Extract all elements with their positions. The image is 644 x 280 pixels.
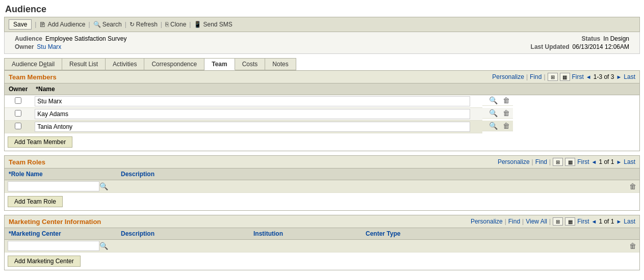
marketing-center-last[interactable]: Last	[624, 218, 635, 225]
team-roles-section: Team Roles Personalize | Find | ⊞ ▦ Firs…	[4, 155, 640, 211]
team-members-table: Owner *Name 🔍 🗑 🔍 🗑 🔍 🗑	[5, 83, 639, 133]
role-name-input[interactable]	[8, 181, 99, 191]
last-updated-value: 06/13/2014 12:06AM	[573, 43, 629, 50]
member-name-input[interactable]	[35, 122, 470, 132]
mc-delete-icon[interactable]: 🗑	[629, 242, 636, 250]
member-search-icon[interactable]: 🔍	[489, 96, 498, 104]
team-roles-next-arrow[interactable]: ►	[616, 159, 622, 165]
add-audience-link[interactable]: 🖹 Add Audience	[39, 21, 85, 29]
team-roles-personalize-link[interactable]: Personalize	[498, 158, 530, 165]
owner-label: Owner	[15, 43, 34, 50]
toolbar: Save | 🖹 Add Audience | 🔍 Search | ↻ Ref…	[4, 17, 640, 32]
add-team-member-button[interactable]: Add Team Member	[8, 136, 72, 148]
sep2: |	[89, 21, 90, 28]
status-value: In Design	[603, 35, 629, 42]
team-members-last[interactable]: Last	[624, 73, 635, 80]
member-owner-checkbox[interactable]	[15, 110, 21, 117]
team-members-pagination: 1-3 of 3	[594, 73, 614, 80]
col-actions-header	[482, 83, 639, 95]
sep5: |	[189, 21, 191, 28]
member-delete-icon[interactable]: 🗑	[503, 122, 510, 130]
sep1: |	[35, 21, 36, 28]
search-link[interactable]: 🔍 Search	[93, 21, 122, 28]
marketing-center-row: 🔍 🗑	[5, 240, 639, 253]
marketing-center-pagination: 1 of 1	[599, 218, 614, 225]
sep4: |	[161, 21, 162, 28]
save-button[interactable]: Save	[9, 19, 32, 30]
owner-value: Stu Marx	[37, 43, 61, 50]
team-member-row: 🔍 🗑	[5, 108, 639, 121]
member-name-input[interactable]	[35, 109, 470, 119]
marketing-center-first[interactable]: First	[577, 218, 589, 225]
member-search-icon[interactable]: 🔍	[489, 122, 498, 130]
status-label: Status	[582, 35, 601, 42]
marketing-center-view-icon[interactable]: ⊞	[553, 217, 563, 226]
clone-link[interactable]: ⎘ Clone	[165, 21, 186, 28]
tab-notes[interactable]: Notes	[265, 58, 296, 70]
team-members-personalize-link[interactable]: Personalize	[492, 73, 524, 80]
col-mc-description-header: Description	[117, 228, 249, 240]
marketing-center-grid-icon[interactable]: ▦	[565, 217, 575, 226]
team-members-header: Team Members Personalize | Find | ⊞ ▦ Fi…	[5, 71, 639, 83]
team-members-prev-arrow[interactable]: ◄	[586, 74, 591, 80]
member-owner-checkbox[interactable]	[15, 97, 21, 104]
member-owner-checkbox[interactable]	[15, 123, 21, 129]
team-roles-row: 🔍 🗑	[5, 180, 639, 193]
member-name-input[interactable]	[35, 96, 470, 106]
marketing-center-next-arrow[interactable]: ►	[616, 218, 622, 225]
col-owner-header: Owner	[5, 83, 32, 95]
tab-result-list[interactable]: Result List	[62, 58, 106, 70]
team-members-first[interactable]: First	[572, 73, 584, 80]
info-bar: Audience Employee Satisfaction Survey Ow…	[4, 32, 640, 54]
refresh-link[interactable]: ↻ Refresh	[130, 21, 158, 28]
col-role-actions-header	[609, 169, 639, 180]
team-roles-prev-arrow[interactable]: ◄	[591, 159, 597, 165]
member-delete-icon[interactable]: 🗑	[503, 109, 510, 117]
team-members-grid-icon[interactable]: ▦	[560, 73, 570, 81]
sep3: |	[125, 21, 126, 28]
tab-activities[interactable]: Activities	[106, 58, 144, 70]
col-institution-header: Institution	[249, 228, 362, 240]
team-roles-first[interactable]: First	[577, 158, 589, 165]
tab-audience-detail[interactable]: Audience Detail	[4, 58, 62, 70]
search-icon: 🔍	[93, 21, 101, 28]
mc-search-icon[interactable]: 🔍	[99, 242, 108, 250]
marketing-center-table: *Marketing Center Description Institutio…	[5, 228, 639, 253]
team-members-title: Team Members	[9, 73, 57, 81]
team-member-row: 🔍 🗑	[5, 95, 639, 108]
role-search-icon[interactable]: 🔍	[99, 182, 108, 190]
team-members-view-icon[interactable]: ⊞	[548, 73, 558, 81]
marketing-center-prev-arrow[interactable]: ◄	[591, 218, 597, 225]
team-roles-header: Team Roles Personalize | Find | ⊞ ▦ Firs…	[5, 156, 639, 169]
member-search-icon[interactable]: 🔍	[489, 109, 498, 117]
team-members-find-link[interactable]: Find	[530, 73, 542, 80]
marketing-center-input[interactable]	[8, 241, 99, 251]
role-delete-icon[interactable]: 🗑	[629, 182, 636, 190]
member-delete-icon[interactable]: 🗑	[503, 96, 510, 104]
send-sms-icon: 📱	[194, 21, 201, 28]
add-marketing-center-button[interactable]: Add Marketing Center	[8, 256, 81, 267]
tab-correspondence[interactable]: Correspondence	[144, 58, 204, 70]
team-roles-title: Team Roles	[9, 158, 45, 166]
last-updated-label: Last Updated	[531, 43, 570, 50]
marketing-center-personalize-link[interactable]: Personalize	[471, 218, 503, 225]
add-audience-icon: 🖹	[39, 21, 46, 29]
team-roles-grid-icon[interactable]: ▦	[565, 158, 575, 166]
marketing-center-find-link[interactable]: Find	[508, 218, 520, 225]
col-center-type-header: Center Type	[362, 228, 609, 240]
add-team-role-button[interactable]: Add Team Role	[8, 196, 63, 207]
marketing-center-view-all-link[interactable]: View All	[526, 218, 547, 225]
tab-costs[interactable]: Costs	[235, 58, 266, 70]
team-roles-find-link[interactable]: Find	[535, 158, 547, 165]
team-member-row: 🔍 🗑	[5, 121, 639, 133]
team-members-next-arrow[interactable]: ►	[616, 74, 622, 80]
marketing-center-header: Marketing Center Information Personalize…	[5, 215, 639, 228]
col-role-name-header: *Role Name	[5, 169, 117, 180]
team-roles-last[interactable]: Last	[624, 158, 635, 165]
send-sms-link[interactable]: 📱 Send SMS	[194, 21, 232, 28]
audience-label: Audience	[15, 35, 42, 42]
tab-team[interactable]: Team	[204, 58, 235, 70]
col-name-header: *Name	[32, 83, 482, 95]
team-roles-view-icon[interactable]: ⊞	[553, 158, 563, 166]
col-description-header: Description	[117, 169, 609, 180]
